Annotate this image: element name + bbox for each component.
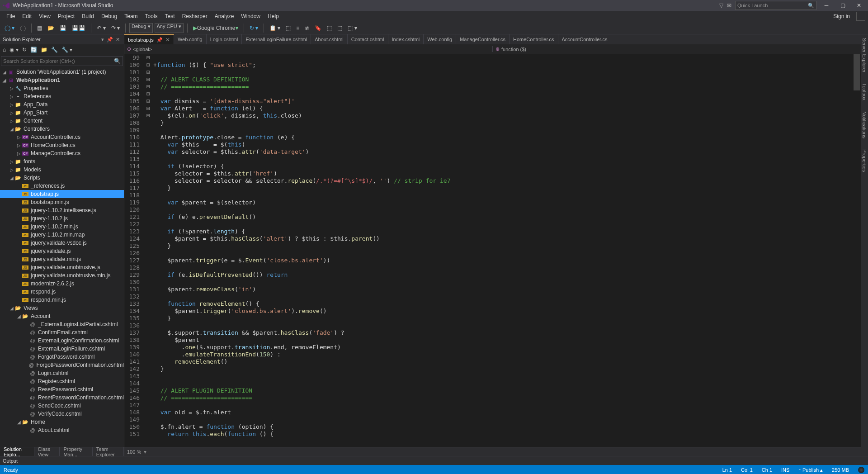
expand-icon[interactable]: ▷	[9, 167, 14, 172]
publish-button[interactable]: ↑ Publish ▴	[798, 467, 823, 473]
comment-button[interactable]: ≡	[294, 24, 301, 32]
menu-window[interactable]: Window	[237, 12, 264, 20]
config-dropdown[interactable]: Debug ▾	[129, 23, 152, 33]
tree-item[interactable]: bootstrap.min.js	[0, 198, 124, 206]
menu-team[interactable]: Team	[121, 12, 141, 20]
avatar-icon[interactable]	[856, 12, 865, 21]
nav-back-button[interactable]: ◯ ▾	[3, 24, 16, 32]
tree-item[interactable]: ▷fonts	[0, 157, 124, 166]
expand-icon[interactable]: ◢	[9, 175, 14, 180]
expand-icon[interactable]: ▷	[9, 159, 14, 164]
tree-item[interactable]: ◢Solution 'WebApplication1' (1 project)	[0, 68, 124, 76]
tree-item[interactable]: ◢Controllers	[0, 125, 124, 133]
fold-gutter[interactable]: ⊟ ⊟ ⊟ ⊟ ⊟ ⊟ ⊟ ⊟ ⊟	[145, 54, 151, 447]
expand-icon[interactable]: ▷	[9, 102, 14, 107]
panel-tab[interactable]: Property Man...	[60, 447, 92, 456]
expand-icon[interactable]: ▷	[9, 86, 14, 91]
tree-item[interactable]: VerifyCode.cshtml	[0, 410, 124, 418]
browser-link-button[interactable]: ↻ ▾	[248, 24, 260, 32]
code-editor[interactable]: 99 100 101 102 103 104 105 106 107 108 1…	[124, 54, 861, 447]
uncomment-button[interactable]: ≢	[303, 24, 311, 32]
tree-item[interactable]: SendCode.cshtml	[0, 402, 124, 410]
start-debug-button[interactable]: ▶ Google Chrome ▾	[191, 24, 240, 32]
menu-project[interactable]: Project	[54, 12, 78, 20]
quick-launch-input[interactable]: Quick Launch 🔍	[735, 1, 816, 10]
expand-icon[interactable]: ▷	[9, 118, 14, 123]
tree-item[interactable]: ExternalLoginConfirmation.cshtml	[0, 337, 124, 345]
tree-item[interactable]: jquery-1.10.2.intellisense.js	[0, 206, 124, 214]
document-tab[interactable]: Web.config	[174, 34, 207, 44]
sidebar-tab-toolbox[interactable]: Toolbox	[862, 81, 867, 102]
menu-analyze[interactable]: Analyze	[211, 12, 238, 20]
feedback-icon[interactable]: ✉	[727, 2, 731, 9]
pin-icon[interactable]: 📌	[105, 37, 114, 43]
solution-search[interactable]: 🔍	[1, 56, 123, 66]
tree-item[interactable]: respond.min.js	[0, 296, 124, 304]
tree-item[interactable]: ForgotPassword.cshtml	[0, 353, 124, 361]
expand-icon[interactable]: ▷	[9, 110, 14, 115]
expand-icon[interactable]: ◢	[2, 70, 7, 75]
scrollbar-thumb[interactable]	[854, 54, 860, 90]
document-tab[interactable]: HomeController.cs	[509, 34, 558, 44]
nav-forward-button[interactable]: ◯	[18, 24, 28, 32]
tree-item[interactable]: ▷HomeController.cs	[0, 141, 124, 149]
close-button[interactable]: ✕	[853, 1, 865, 10]
panel-close-icon[interactable]: ✕	[114, 37, 121, 43]
expand-icon[interactable]: ◢	[9, 306, 14, 311]
menu-edit[interactable]: Edit	[19, 12, 35, 20]
panel-tab[interactable]: Solution Explo...	[0, 447, 34, 456]
tbtn-2[interactable]: ↻	[21, 46, 28, 54]
show-all-files-icon[interactable]: 🔧	[50, 46, 59, 54]
menu-tools[interactable]: Tools	[142, 12, 161, 20]
toolbar-btn-3[interactable]: ⬚	[325, 24, 334, 32]
properties-icon[interactable]: 🔧 ▾	[61, 46, 73, 54]
sign-in-link[interactable]: Sign in	[833, 13, 854, 19]
open-file-button[interactable]: 📂	[46, 24, 56, 32]
menu-file[interactable]: File	[3, 12, 19, 20]
tree-item[interactable]: ForgotPasswordConfirmation.cshtml	[0, 361, 124, 369]
sidebar-tab-properties[interactable]: Properties	[862, 147, 867, 174]
tree-item[interactable]: jquery-1.10.2.js	[0, 214, 124, 223]
tbtn-1[interactable]: ◉ ▾	[9, 46, 19, 54]
panel-dropdown-icon[interactable]: ▾	[100, 37, 105, 43]
tree-item[interactable]: _references.js	[0, 182, 124, 190]
sidebar-tab-notifications[interactable]: Notifications	[862, 109, 867, 140]
tree-item[interactable]: respond.js	[0, 288, 124, 296]
tree-item[interactable]: ▷ManageController.cs	[0, 149, 124, 157]
toolbar-btn-4[interactable]: ⬚	[335, 24, 344, 32]
zoom-level[interactable]: 100 %	[127, 449, 141, 455]
solution-search-input[interactable]	[1, 58, 112, 64]
output-panel-header[interactable]: Output	[0, 456, 868, 465]
tree-item[interactable]: ▷Properties	[0, 84, 124, 92]
tree-item[interactable]: ◢Views	[0, 304, 124, 312]
tree-item[interactable]: ▷References	[0, 92, 124, 100]
tree-item[interactable]: ConfirmEmail.cshtml	[0, 328, 124, 337]
tbtn-3[interactable]: 🔄	[29, 46, 38, 54]
new-project-button[interactable]: ▤	[35, 24, 44, 32]
expand-icon[interactable]: ◢	[16, 420, 22, 425]
tree-item[interactable]: bootstrap.js	[0, 190, 124, 198]
document-tab[interactable]: ExternalLoginFailure.cshtml	[242, 34, 311, 44]
tree-item[interactable]: Register.cshtml	[0, 377, 124, 385]
panel-tab[interactable]: Class View	[34, 447, 60, 456]
minimize-button[interactable]: ─	[820, 1, 833, 10]
tree-item[interactable]: ▷App_Data	[0, 100, 124, 109]
document-tab[interactable]: Login.cshtml	[207, 34, 242, 44]
tree-item[interactable]: About.cshtml	[0, 426, 124, 434]
nav-scope-dropdown[interactable]: ⊕<global>	[124, 46, 492, 52]
tree-item[interactable]: ▷App_Start	[0, 109, 124, 117]
tree-item[interactable]: ResetPasswordConfirmation.cshtml	[0, 393, 124, 402]
tree-item[interactable]: ▷AccountController.cs	[0, 133, 124, 141]
tree-item[interactable]: ◢Scripts	[0, 174, 124, 182]
save-button[interactable]: 💾	[58, 24, 68, 32]
menu-test[interactable]: Test	[161, 12, 179, 20]
expand-icon[interactable]: ◢	[9, 127, 14, 132]
tree-item[interactable]: jquery.validate.js	[0, 247, 124, 255]
tbtn-4[interactable]: 📁	[40, 46, 48, 54]
expand-icon[interactable]: ▷	[16, 135, 22, 140]
tree-item[interactable]: ▷Models	[0, 166, 124, 174]
expand-icon[interactable]: ◢	[2, 78, 7, 83]
document-tab[interactable]: Web.config	[424, 34, 456, 44]
tree-item[interactable]: Login.cshtml	[0, 369, 124, 377]
pin-icon[interactable]: 📌	[156, 37, 163, 43]
